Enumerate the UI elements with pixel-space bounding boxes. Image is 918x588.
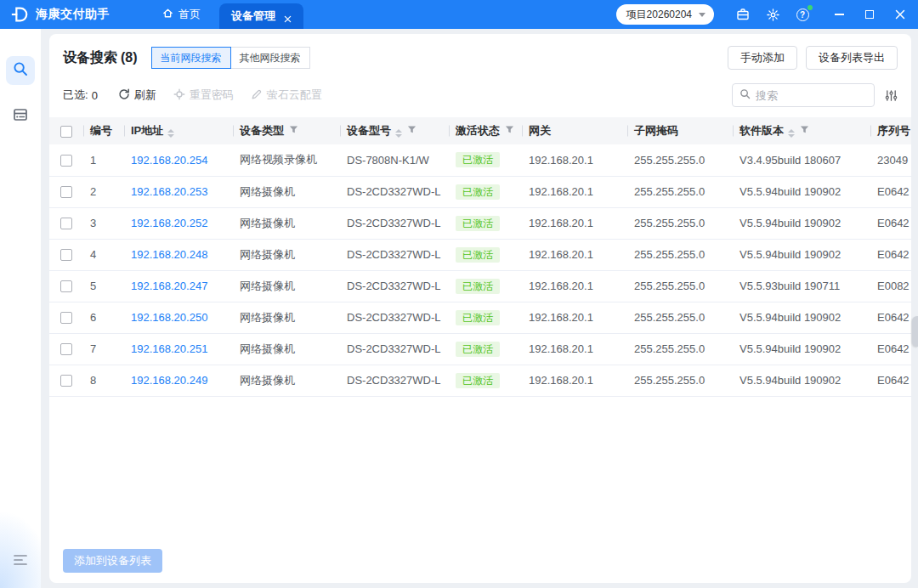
ezviz-config-button[interactable]: 萤石云配置	[251, 88, 322, 103]
status-badge: 已激活	[456, 342, 500, 357]
cell-subnet-mask: 255.255.255.0	[627, 270, 733, 302]
filter-icon-type[interactable]	[289, 124, 298, 137]
cell-device-type: 网络摄像机	[233, 270, 340, 302]
search-box	[732, 83, 875, 107]
tab-device-management[interactable]: 设备管理	[219, 3, 303, 29]
device-ip-link[interactable]: 192.168.20.254	[131, 154, 207, 167]
status-badge: 已激活	[456, 216, 500, 231]
status-badge: 已激活	[456, 279, 500, 294]
tab-current-subnet[interactable]: 当前网段搜索	[151, 47, 231, 69]
window-controls	[833, 8, 906, 20]
table-row[interactable]: 1192.168.20.254网络视频录像机DS-7808N-K1/W已激活19…	[49, 144, 911, 176]
settings-gear-icon[interactable]	[765, 7, 780, 22]
table-row[interactable]: 5192.168.20.247网络摄像机DS-2CD3327WD-L已激活192…	[49, 270, 911, 302]
table-row[interactable]: 2192.168.20.253网络摄像机DS-2CD3327WD-L已激活192…	[49, 176, 911, 207]
sidebar-item-device-list[interactable]	[6, 102, 35, 131]
tab-home[interactable]: 首页	[150, 0, 212, 29]
app-logo	[10, 5, 29, 24]
column-settings-icon[interactable]	[885, 89, 898, 102]
project-select[interactable]: 项目20260204	[616, 4, 714, 25]
manual-add-button[interactable]: 手动添加	[728, 46, 797, 70]
column-label-status: 激活状态	[456, 124, 500, 137]
device-ip-link[interactable]: 192.168.20.250	[131, 311, 207, 324]
cell-subnet-mask: 255.255.255.0	[627, 144, 733, 176]
row-checkbox[interactable]	[60, 218, 72, 229]
cell-device-model: DS-2CD3327WD-L	[340, 239, 449, 270]
sort-icon-ip[interactable]	[167, 129, 174, 138]
device-ip-link[interactable]: 192.168.20.252	[131, 217, 207, 229]
toolbox-icon[interactable]	[735, 7, 751, 22]
cell-index: 2	[83, 176, 124, 207]
cell-index: 5	[83, 270, 124, 302]
select-all-cell	[49, 117, 83, 144]
cell-subnet-mask: 255.255.255.0	[627, 207, 733, 239]
device-ip-link[interactable]: 192.168.20.249	[131, 374, 207, 387]
status-badge: 已激活	[456, 310, 500, 325]
titlebar-right: 项目20260204 ?	[616, 4, 918, 25]
filter-icon-model[interactable]	[407, 124, 416, 137]
help-glyph: ?	[796, 8, 809, 21]
maximize-button[interactable]	[864, 8, 876, 20]
filter-icon-status[interactable]	[505, 124, 514, 137]
app-name: 海康交付助手	[36, 7, 110, 22]
sort-icon-model[interactable]	[395, 129, 402, 138]
row-checkbox[interactable]	[60, 312, 72, 324]
table-row[interactable]: 8192.168.20.249网络摄像机DS-2CD3327WD-L已激活192…	[49, 365, 911, 396]
cell-subnet-mask: 255.255.255.0	[627, 176, 733, 207]
device-count: (8)	[121, 50, 138, 65]
device-table-wrap: 编号IP地址设备类型设备型号激活状态网关子网掩码软件版本序列号 1192.168…	[49, 117, 911, 540]
table-row[interactable]: 4192.168.20.248网络摄像机DS-2CD3327WD-L已激活192…	[49, 239, 911, 270]
row-checkbox[interactable]	[60, 249, 72, 261]
menu-collapse-icon[interactable]	[6, 546, 35, 574]
cell-device-type: 网络摄像机	[233, 365, 340, 396]
cell-firmware-version: V5.5.94build 190902	[733, 176, 870, 207]
help-icon[interactable]: ?	[795, 7, 810, 22]
cell-firmware-version: V3.4.95build 180607	[733, 144, 870, 176]
table-row[interactable]: 6192.168.20.250网络摄像机DS-2CD3327WD-L已激活192…	[49, 302, 911, 333]
cell-gateway: 192.168.20.1	[522, 365, 627, 396]
device-ip-link[interactable]: 192.168.20.248	[131, 248, 207, 261]
tab-close-icon[interactable]	[284, 13, 292, 20]
drawer-handle[interactable]	[912, 316, 918, 347]
cell-firmware-version: V5.5.94build 190902	[733, 207, 870, 239]
export-device-list-button[interactable]: 设备列表导出	[806, 46, 898, 70]
search-input[interactable]	[756, 89, 867, 102]
column-header-type: 设备类型	[233, 117, 340, 144]
row-checkbox[interactable]	[60, 343, 72, 355]
cell-device-type: 网络摄像机	[233, 333, 340, 365]
card-header: 设备搜索 (8) 当前网段搜索 其他网段搜索 手动添加 设备列表导出	[49, 34, 911, 70]
refresh-button[interactable]: 刷新	[118, 88, 156, 103]
tab-other-subnet[interactable]: 其他网段搜索	[230, 47, 310, 69]
cell-device-type: 网络摄像机	[233, 239, 340, 270]
cell-device-type: 网络视频录像机	[233, 144, 340, 176]
app-window: 海康交付助手 首页 设备管理 项目20260204	[0, 0, 918, 588]
column-header-ip: IP地址	[124, 117, 233, 144]
device-ip-link[interactable]: 192.168.20.247	[131, 280, 207, 292]
select-all-checkbox[interactable]	[60, 126, 72, 138]
cell-device-model: DS-7808N-K1/W	[340, 144, 449, 176]
row-checkbox[interactable]	[60, 375, 72, 387]
sort-icon-version[interactable]	[788, 129, 795, 138]
column-header-status: 激活状态	[449, 117, 522, 144]
device-ip-link[interactable]: 192.168.20.251	[131, 342, 207, 355]
cell-index: 8	[83, 365, 124, 396]
cell-gateway: 192.168.20.1	[522, 239, 627, 270]
device-ip-link[interactable]: 192.168.20.253	[131, 185, 207, 198]
row-checkbox[interactable]	[60, 186, 72, 198]
table-row[interactable]: 7192.168.20.251网络摄像机DS-2CD3327WD-L已激活192…	[49, 333, 911, 365]
search-input-icon	[740, 88, 751, 102]
table-row[interactable]: 3192.168.20.252网络摄像机DS-2CD3327WD-L已激活192…	[49, 207, 911, 239]
sidebar-item-device-search[interactable]	[6, 56, 35, 85]
cell-firmware-version: V5.5.94build 190902	[733, 365, 870, 396]
cell-device-model: DS-2CD3327WD-L	[340, 207, 449, 239]
row-checkbox[interactable]	[60, 280, 72, 292]
close-button[interactable]	[894, 8, 906, 20]
add-to-device-list-button[interactable]: 添加到设备列表	[63, 549, 162, 573]
row-checkbox[interactable]	[60, 155, 72, 167]
minimize-button[interactable]	[833, 8, 845, 20]
reset-password-button[interactable]: 重置密码	[173, 88, 234, 103]
filter-icon-version[interactable]	[800, 124, 809, 137]
cell-firmware-version: V5.5.93build 190711	[733, 270, 870, 302]
help-badge	[808, 5, 813, 10]
column-label-gateway: 网关	[529, 124, 551, 137]
